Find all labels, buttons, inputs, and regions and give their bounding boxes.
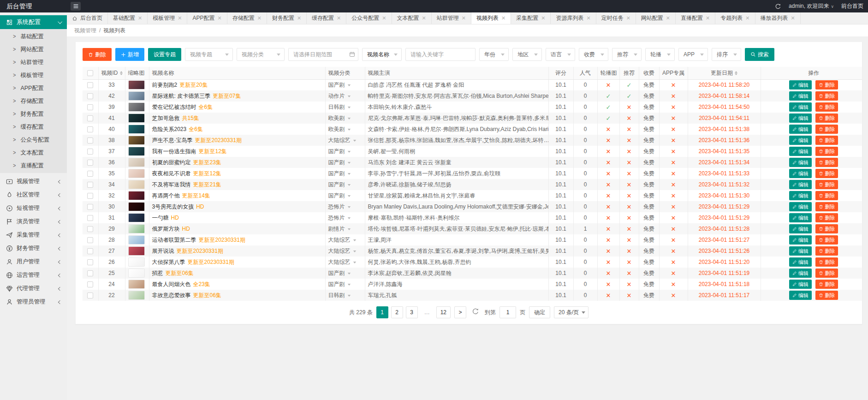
tab-close-icon[interactable]: ✕	[586, 16, 590, 21]
row-checkbox[interactable]	[87, 160, 93, 166]
app-only-toggle[interactable]: ✕	[671, 259, 676, 266]
sidebar-item-shortvideo[interactable]: 短视管理	[0, 202, 67, 215]
recommend-toggle[interactable]: ✕	[627, 181, 632, 188]
edit-button[interactable]: 编辑	[789, 202, 812, 211]
edit-button[interactable]: 编辑	[789, 113, 812, 123]
row-delete-button[interactable]: 删除	[815, 257, 838, 267]
category-select[interactable]: 国产剧	[328, 269, 351, 277]
edit-button[interactable]: 编辑	[789, 125, 812, 134]
app-only-toggle[interactable]: ✕	[671, 248, 676, 255]
tab[interactable]: 后台首页	[67, 12, 108, 24]
collapse-menu-icon[interactable]	[71, 2, 81, 11]
carousel-toggle[interactable]: ✕	[606, 203, 611, 210]
tab[interactable]: 定时任务 ✕	[596, 12, 636, 24]
category-select[interactable]: 欧美剧	[328, 114, 351, 122]
user-menu[interactable]: admin, 欢迎回来 ∨	[789, 2, 834, 10]
category-select[interactable]: 国产剧	[328, 81, 351, 89]
app-only-toggle[interactable]: ✕	[671, 159, 676, 166]
confirm-button[interactable]: 确定	[529, 306, 550, 318]
app-only-toggle[interactable]: ✕	[671, 104, 676, 111]
app-only-toggle[interactable]: ✕	[671, 226, 676, 233]
carousel-toggle[interactable]: ✓	[606, 104, 611, 111]
recommend-toggle[interactable]: ✕	[627, 159, 632, 166]
refresh-icon[interactable]	[775, 3, 781, 10]
row-checkbox[interactable]	[87, 281, 93, 287]
row-checkbox[interactable]	[87, 104, 93, 110]
tab-close-icon[interactable]: ✕	[297, 16, 301, 21]
tab[interactable]: 缓存配置 ✕	[307, 12, 346, 24]
app-only-toggle[interactable]: ✕	[671, 93, 676, 100]
sidebar-item-actor[interactable]: 演员管理	[0, 215, 67, 228]
tab-close-icon[interactable]: ✕	[217, 16, 221, 21]
recommend-toggle[interactable]: ✕	[627, 270, 632, 277]
row-delete-button[interactable]: 删除	[815, 235, 838, 245]
row-delete-button[interactable]: 删除	[815, 91, 838, 101]
sidebar-subitem[interactable]: > 站群管理	[0, 56, 67, 69]
edit-button[interactable]: 编辑	[789, 80, 812, 90]
tab-close-icon[interactable]: ✕	[382, 16, 386, 21]
category-select[interactable]: 欧美剧	[328, 125, 351, 133]
category-select[interactable]: 恐怖片	[328, 203, 351, 211]
row-delete-button[interactable]: 删除	[815, 169, 838, 178]
filter-select-7[interactable]: 排序	[712, 48, 741, 61]
sidebar-item-admin[interactable]: 管理员管理	[0, 295, 67, 309]
sidebar-item-community[interactable]: 社区管理	[0, 188, 67, 202]
filter-select-6[interactable]: APP	[678, 48, 708, 61]
recommend-toggle[interactable]: ✕	[627, 237, 632, 244]
edit-button[interactable]: 编辑	[789, 224, 812, 233]
row-checkbox[interactable]	[87, 171, 93, 177]
keyword-input[interactable]	[405, 48, 476, 61]
app-only-toggle[interactable]: ✕	[671, 237, 676, 244]
sidebar-subitem[interactable]: > 财务配置	[0, 107, 67, 120]
tab[interactable]: APP配置 ✕	[187, 12, 227, 24]
app-only-toggle[interactable]: ✕	[671, 215, 676, 221]
carousel-toggle[interactable]: ✕	[606, 82, 611, 89]
refresh-icon[interactable]	[472, 308, 481, 317]
filter-select-4[interactable]: 推荐	[612, 48, 642, 61]
app-only-toggle[interactable]: ✕	[671, 292, 676, 299]
category-select[interactable]: 动作片	[328, 92, 351, 100]
recommend-toggle[interactable]: ✕	[627, 215, 632, 221]
carousel-toggle[interactable]: ✕	[606, 226, 611, 233]
page-button[interactable]: 2	[391, 306, 403, 318]
row-checkbox[interactable]	[87, 204, 93, 210]
category-select[interactable]: 剧情片	[328, 225, 351, 233]
carousel-toggle[interactable]: ✕	[606, 148, 611, 155]
tab[interactable]: 视频列表 ✕	[471, 12, 511, 24]
carousel-toggle[interactable]: ✕	[606, 181, 611, 188]
tab[interactable]: 直播配置 ✕	[676, 12, 715, 24]
category-select[interactable]: 国产剧	[328, 170, 351, 178]
tab-close-icon[interactable]: ✕	[706, 16, 710, 21]
edit-button[interactable]: 编辑	[789, 257, 812, 267]
row-delete-button[interactable]: 删除	[815, 213, 838, 222]
edit-button[interactable]: 编辑	[789, 246, 812, 256]
carousel-toggle[interactable]: ✕	[606, 126, 611, 133]
carousel-toggle[interactable]: ✕	[606, 259, 611, 266]
tab[interactable]: 文本配置 ✕	[392, 12, 432, 24]
edit-button[interactable]: 编辑	[789, 169, 812, 178]
tab[interactable]: 财务配置 ✕	[267, 12, 307, 24]
row-checkbox[interactable]	[87, 193, 93, 199]
app-only-toggle[interactable]: ✕	[671, 270, 676, 277]
goto-page-input[interactable]	[499, 306, 516, 318]
filter-select-2[interactable]: 语言	[546, 48, 575, 61]
carousel-toggle[interactable]: ✕	[606, 270, 611, 277]
row-delete-button[interactable]: 删除	[815, 291, 838, 300]
row-checkbox[interactable]	[87, 93, 93, 99]
row-delete-button[interactable]: 删除	[815, 102, 838, 112]
carousel-toggle[interactable]: ✕	[606, 192, 611, 199]
search-field-select[interactable]: 视频名称	[362, 48, 402, 61]
edit-button[interactable]: 编辑	[789, 102, 812, 112]
add-button[interactable]: 新增	[115, 48, 144, 61]
row-delete-button[interactable]: 删除	[815, 113, 838, 123]
recommend-toggle[interactable]: ✕	[627, 115, 632, 122]
carousel-toggle[interactable]: ✕	[606, 237, 611, 244]
tab-close-icon[interactable]: ✕	[745, 16, 749, 21]
row-checkbox[interactable]	[87, 82, 93, 88]
sort-icon[interactable]	[735, 70, 737, 77]
carousel-toggle[interactable]: ✕	[606, 137, 611, 144]
sidebar-subitem[interactable]: > 基础配置	[0, 30, 67, 43]
row-checkbox[interactable]	[87, 137, 93, 143]
row-delete-button[interactable]: 删除	[815, 80, 838, 90]
category-select[interactable]: 恐怖片	[328, 214, 351, 222]
